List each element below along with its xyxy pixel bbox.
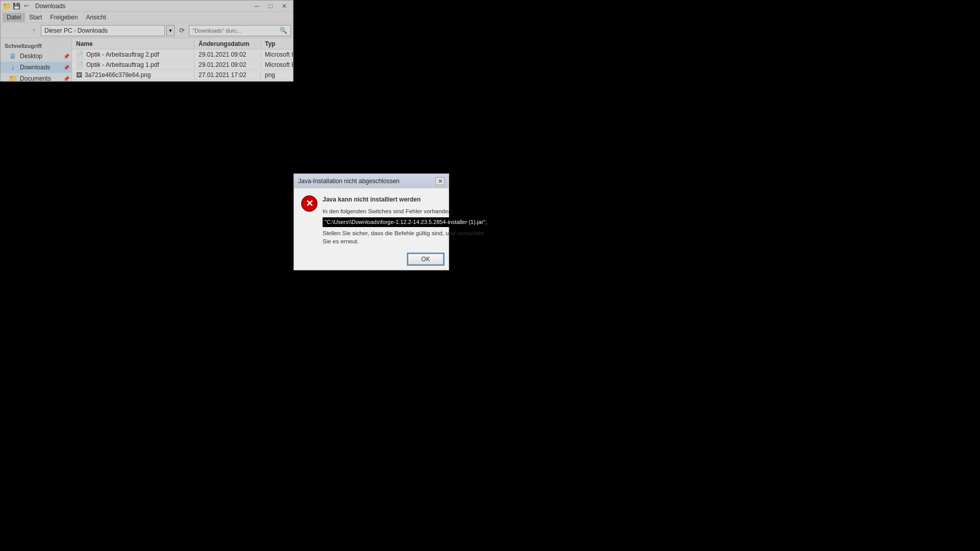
dialog-close-button[interactable]: ✕ [435, 177, 445, 185]
dialog-path: "C:\Users\\Downloads\forge-1.12.2-14.23.… [323, 217, 489, 227]
dialog-text: Java kann nicht installiert werden In de… [323, 195, 489, 245]
dialog-overlay [0, 0, 293, 82]
dialog-content: ✕ Java kann nicht installiert werden In … [294, 188, 449, 251]
dialog-ok-button[interactable]: OK [408, 254, 444, 265]
error-icon-container: ✕ [301, 195, 317, 245]
dialog-path-prefix: "C:\Users\ [325, 219, 350, 225]
dialog-buttons: OK [294, 251, 449, 270]
error-dialog: Java-Installation nicht abgeschlossen ✕ … [293, 173, 449, 270]
dialog-title: Java-Installation nicht abgeschlossen [298, 178, 432, 185]
dialog-title-bar: Java-Installation nicht abgeschlossen ✕ [294, 174, 449, 188]
dialog-footer: Stellen Sie sicher, dass die Befehle gül… [323, 229, 489, 245]
dialog-body-line1: In den folgenden Switches sind Fehler vo… [323, 207, 489, 215]
dialog-error-title: Java kann nicht installiert werden [323, 195, 489, 204]
dialog-path-main: \Downloads\forge-1.12.2-14.23.5.2854-ins… [350, 219, 487, 225]
error-icon: ✕ [301, 195, 317, 212]
